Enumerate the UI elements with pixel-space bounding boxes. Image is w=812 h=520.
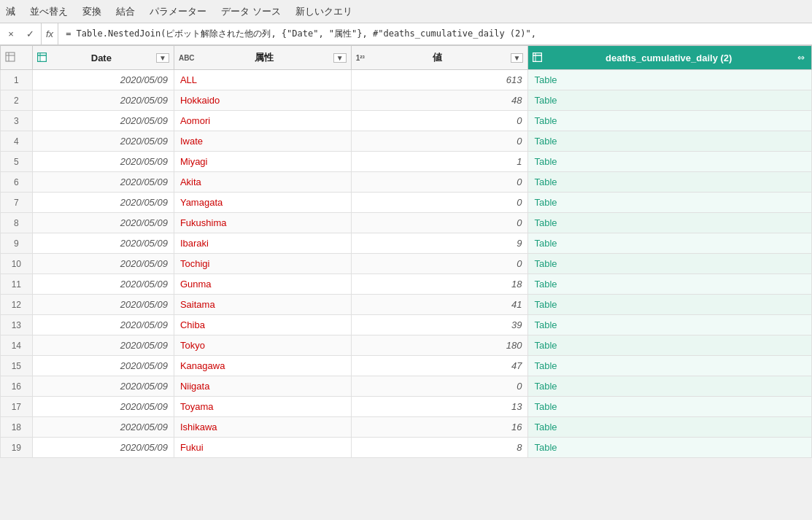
val-cell: 47 — [351, 356, 528, 376]
deaths-cell[interactable]: Table — [528, 111, 812, 131]
row-num-cell: 3 — [1, 111, 33, 131]
filter-val[interactable]: ▼ — [511, 53, 524, 63]
attr-cell: Tokyo — [174, 335, 351, 356]
deaths-cell[interactable]: Table — [528, 356, 812, 376]
table-row: 32020/05/09Aomori0Table — [1, 111, 812, 131]
date-cell: 2020/05/09 — [32, 397, 174, 417]
table-row: 162020/05/09Niigata0Table — [1, 376, 812, 397]
row-num-cell: 15 — [1, 356, 33, 376]
header-row: Date ▼ ABC 属性 ▼ 1²³ 値 ▼ — [1, 46, 812, 70]
svg-rect-0 — [6, 53, 15, 61]
deaths-cell[interactable]: Table — [528, 295, 812, 315]
val-cell: 41 — [351, 295, 528, 315]
table-row: 22020/05/09Hokkaido48Table — [1, 90, 812, 111]
deaths-cell[interactable]: Table — [528, 254, 812, 274]
toolbar-item-datasource[interactable]: データ ソース — [221, 5, 281, 18]
attr-cell: Aomori — [174, 111, 351, 131]
deaths-cell[interactable]: Table — [528, 90, 812, 111]
deaths-cell[interactable]: Table — [528, 274, 812, 295]
toolbar-item-0[interactable]: 減 — [6, 5, 15, 18]
val-cell: 613 — [351, 70, 528, 90]
val-cell: 1 — [351, 152, 528, 172]
table-row: 92020/05/09Ibaraki9Table — [1, 233, 812, 254]
date-cell: 2020/05/09 — [32, 274, 174, 295]
table-row: 72020/05/09Yamagata0Table — [1, 193, 812, 213]
attr-cell: Hokkaido — [174, 90, 351, 111]
deaths-cell[interactable]: Table — [528, 417, 812, 438]
row-num-cell: 4 — [1, 131, 33, 152]
confirm-button[interactable]: ✓ — [22, 26, 38, 42]
toolbar-item-sort[interactable]: 並べ替え — [30, 5, 68, 18]
row-num-cell: 6 — [1, 172, 33, 193]
val-cell: 0 — [351, 111, 528, 131]
col-header-date: Date ▼ — [32, 46, 174, 70]
table-row: 152020/05/09Kanagawa47Table — [1, 356, 812, 376]
deaths-cell[interactable]: Table — [528, 172, 812, 193]
data-table-container[interactable]: Date ▼ ABC 属性 ▼ 1²³ 値 ▼ — [0, 45, 812, 520]
deaths-cell[interactable]: Table — [528, 131, 812, 152]
deaths-cell[interactable]: Table — [528, 70, 812, 90]
toolbar: 減 並べ替え 変換 結合 パラメーター データ ソース 新しいクエリ — [0, 0, 812, 23]
row-num-cell: 8 — [1, 213, 33, 233]
toolbar-item-transform[interactable]: 変換 — [82, 5, 101, 18]
table-icon-header — [5, 52, 15, 63]
table-row: 82020/05/09Fukushima0Table — [1, 213, 812, 233]
deaths-cell[interactable]: Table — [528, 193, 812, 213]
col-label-deaths: deaths_cumulative_daily (2) — [545, 53, 792, 63]
date-cell: 2020/05/09 — [32, 152, 174, 172]
row-num-cell: 10 — [1, 254, 33, 274]
table-icon-date — [37, 53, 47, 63]
attr-cell: Yamagata — [174, 193, 351, 213]
date-cell: 2020/05/09 — [32, 295, 174, 315]
row-num-cell: 14 — [1, 335, 33, 356]
cancel-button[interactable]: × — [3, 26, 19, 42]
toolbar-item-combine[interactable]: 結合 — [116, 5, 135, 18]
attr-cell: Toyama — [174, 397, 351, 417]
row-num-cell: 12 — [1, 295, 33, 315]
filter-attr[interactable]: ▼ — [333, 53, 347, 63]
val-cell: 180 — [351, 335, 528, 356]
attr-cell: Miyagi — [174, 152, 351, 172]
row-num-cell: 18 — [1, 417, 33, 438]
row-num-cell: 19 — [1, 438, 33, 458]
val-cell: 13 — [351, 397, 528, 417]
toolbar-item-params[interactable]: パラメーター — [150, 5, 206, 18]
val-cell: 0 — [351, 193, 528, 213]
filter-date[interactable]: ▼ — [156, 53, 169, 63]
attr-cell: Chiba — [174, 315, 351, 335]
date-cell: 2020/05/09 — [32, 111, 174, 131]
expand-deaths[interactable]: ⇔ — [795, 53, 807, 63]
attr-cell: Ishikawa — [174, 417, 351, 438]
val-cell: 0 — [351, 172, 528, 193]
date-cell: 2020/05/09 — [32, 315, 174, 335]
abc-icon-attr: ABC — [179, 54, 195, 62]
attr-cell: Kanagawa — [174, 356, 351, 376]
date-cell: 2020/05/09 — [32, 90, 174, 111]
date-cell: 2020/05/09 — [32, 193, 174, 213]
table-body: 12020/05/09ALL613Table22020/05/09Hokkaid… — [1, 70, 812, 458]
val-cell: 0 — [351, 131, 528, 152]
123-icon-val: 1²³ — [356, 54, 365, 62]
deaths-cell[interactable]: Table — [528, 438, 812, 458]
col-header-deaths: deaths_cumulative_daily (2) ⇔ — [528, 46, 812, 70]
formula-text[interactable]: = Table.NestedJoin(ピボット解除された他の列, {"Date"… — [61, 28, 809, 40]
deaths-cell[interactable]: Table — [528, 335, 812, 356]
col-label-val: 値 — [368, 51, 508, 64]
col-label-date: Date — [50, 53, 153, 63]
table-row: 112020/05/09Gunma18Table — [1, 274, 812, 295]
val-cell: 18 — [351, 274, 528, 295]
deaths-cell[interactable]: Table — [528, 315, 812, 335]
deaths-cell[interactable]: Table — [528, 152, 812, 172]
deaths-cell[interactable]: Table — [528, 376, 812, 397]
val-cell: 8 — [351, 438, 528, 458]
toolbar-item-newquery[interactable]: 新しいクエリ — [295, 5, 352, 18]
col-label-attr: 属性 — [198, 51, 330, 64]
deaths-cell[interactable]: Table — [528, 233, 812, 254]
deaths-cell[interactable]: Table — [528, 397, 812, 417]
table-row: 12020/05/09ALL613Table — [1, 70, 812, 90]
val-cell: 0 — [351, 254, 528, 274]
attr-cell: Tochigi — [174, 254, 351, 274]
deaths-cell[interactable]: Table — [528, 213, 812, 233]
row-num-cell: 11 — [1, 274, 33, 295]
val-cell: 16 — [351, 417, 528, 438]
